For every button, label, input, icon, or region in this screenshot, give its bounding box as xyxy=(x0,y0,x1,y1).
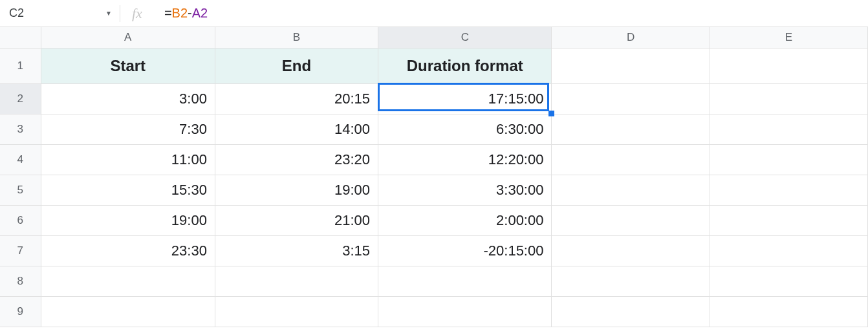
cell-b7[interactable]: 3:15 xyxy=(215,235,378,266)
row-header-1[interactable]: 1 xyxy=(0,48,41,83)
cell-d9[interactable] xyxy=(552,296,710,327)
cell-c4[interactable]: 12:20:00 xyxy=(378,144,552,175)
cell-e6[interactable] xyxy=(710,205,867,235)
cell-e3[interactable] xyxy=(710,114,867,144)
cell-d4[interactable] xyxy=(552,144,710,175)
cell-b3[interactable]: 14:00 xyxy=(215,114,378,144)
cell-d5[interactable] xyxy=(552,175,710,205)
chevron-down-icon[interactable]: ▼ xyxy=(105,10,112,17)
cell-a4[interactable]: 11:00 xyxy=(41,144,215,175)
spreadsheet-grid: A B C D E 1 Start End Duration format 2 … xyxy=(0,27,868,327)
row-header-7[interactable]: 7 xyxy=(0,235,41,266)
col-header-d[interactable]: D xyxy=(552,27,710,48)
cell-d8[interactable] xyxy=(552,266,710,296)
cell-d2[interactable] xyxy=(552,83,710,114)
cell-e8[interactable] xyxy=(710,266,867,296)
col-header-a[interactable]: A xyxy=(41,27,215,48)
cell-a8[interactable] xyxy=(41,266,215,296)
cell-a2[interactable]: 3:00 xyxy=(41,83,215,114)
cell-c3[interactable]: 6:30:00 xyxy=(378,114,552,144)
cell-c7[interactable]: -20:15:00 xyxy=(378,235,552,266)
cell-c5[interactable]: 3:30:00 xyxy=(378,175,552,205)
cell-a9[interactable] xyxy=(41,296,215,327)
row-header-4[interactable]: 4 xyxy=(0,144,41,175)
cell-d6[interactable] xyxy=(552,205,710,235)
col-header-b[interactable]: B xyxy=(215,27,378,48)
fx-icon: fx xyxy=(132,5,142,22)
fill-handle[interactable] xyxy=(548,111,554,116)
cell-d7[interactable] xyxy=(552,235,710,266)
divider xyxy=(120,5,120,22)
cell-e7[interactable] xyxy=(710,235,867,266)
name-box[interactable]: C2 ▼ xyxy=(0,0,120,27)
cell-c9[interactable] xyxy=(378,296,552,327)
cell-d3[interactable] xyxy=(552,114,710,144)
cell-c6[interactable]: 2:00:00 xyxy=(378,205,552,235)
cell-e2[interactable] xyxy=(710,83,867,114)
name-box-value: C2 xyxy=(8,6,24,20)
cell-a7[interactable]: 23:30 xyxy=(41,235,215,266)
formula-ref2: A2 xyxy=(192,6,208,21)
col-header-e[interactable]: E xyxy=(710,27,867,48)
cell-b4[interactable]: 23:20 xyxy=(215,144,378,175)
cell-b2[interactable]: 20:15 xyxy=(215,83,378,114)
row-header-8[interactable]: 8 xyxy=(0,266,41,296)
col-header-c[interactable]: C xyxy=(378,27,552,48)
cell-e9[interactable] xyxy=(710,296,867,327)
cell-c2[interactable]: 17:15:00 xyxy=(378,83,552,114)
cell-b6[interactable]: 21:00 xyxy=(215,205,378,235)
cell-b1[interactable]: End xyxy=(215,48,378,83)
cell-a1[interactable]: Start xyxy=(41,48,215,83)
cell-a6[interactable]: 19:00 xyxy=(41,205,215,235)
cell-a5[interactable]: 15:30 xyxy=(41,175,215,205)
cell-b5[interactable]: 19:00 xyxy=(215,175,378,205)
cell-d1[interactable] xyxy=(552,48,710,83)
formula-ref1: B2 xyxy=(172,6,188,21)
select-all-corner[interactable] xyxy=(0,27,41,48)
row-header-2[interactable]: 2 xyxy=(0,83,41,114)
cell-e4[interactable] xyxy=(710,144,867,175)
cell-e1[interactable] xyxy=(710,48,867,83)
row-header-9[interactable]: 9 xyxy=(0,296,41,327)
row-header-5[interactable]: 5 xyxy=(0,175,41,205)
formula-input[interactable]: =B2-A2 xyxy=(164,6,868,21)
cell-e5[interactable] xyxy=(710,175,867,205)
formula-op: - xyxy=(188,6,192,21)
cell-b8[interactable] xyxy=(215,266,378,296)
row-header-6[interactable]: 6 xyxy=(0,205,41,235)
cell-c8[interactable] xyxy=(378,266,552,296)
formula-eq: = xyxy=(164,6,172,21)
cell-b9[interactable] xyxy=(215,296,378,327)
cell-a3[interactable]: 7:30 xyxy=(41,114,215,144)
row-header-3[interactable]: 3 xyxy=(0,114,41,144)
formula-bar: C2 ▼ fx =B2-A2 xyxy=(0,0,868,27)
cell-c1[interactable]: Duration format xyxy=(378,48,552,83)
